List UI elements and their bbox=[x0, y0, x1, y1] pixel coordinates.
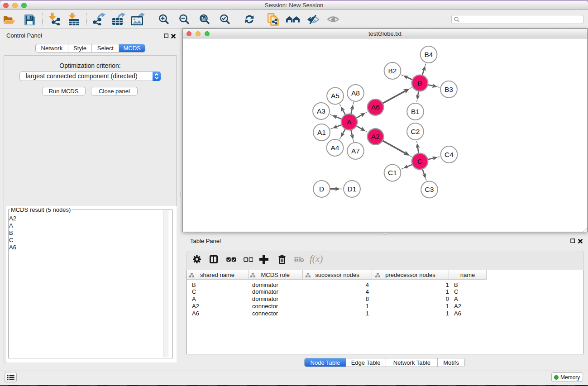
svg-text:C: C bbox=[417, 157, 422, 165]
svg-text:A7: A7 bbox=[351, 147, 360, 155]
svg-text:D: D bbox=[319, 185, 324, 193]
svg-text:A1: A1 bbox=[317, 129, 326, 136]
svg-text:B: B bbox=[417, 79, 422, 87]
svg-text:A: A bbox=[347, 118, 352, 126]
svg-text:B3: B3 bbox=[445, 86, 453, 93]
svg-text:A2: A2 bbox=[371, 133, 380, 140]
svg-text:B2: B2 bbox=[388, 67, 397, 75]
svg-text:C2: C2 bbox=[411, 128, 420, 135]
svg-text:D1: D1 bbox=[348, 185, 357, 193]
svg-text:A4: A4 bbox=[331, 144, 339, 152]
svg-text:B4: B4 bbox=[425, 51, 433, 58]
svg-text:A3: A3 bbox=[317, 107, 325, 115]
svg-text:A5: A5 bbox=[331, 92, 339, 100]
svg-text:A6: A6 bbox=[371, 103, 380, 111]
svg-text:B1: B1 bbox=[411, 108, 420, 115]
svg-text:C4: C4 bbox=[445, 151, 454, 158]
svg-text:C3: C3 bbox=[425, 186, 434, 193]
svg-text:C1: C1 bbox=[388, 169, 397, 176]
svg-text:A8: A8 bbox=[351, 89, 360, 97]
